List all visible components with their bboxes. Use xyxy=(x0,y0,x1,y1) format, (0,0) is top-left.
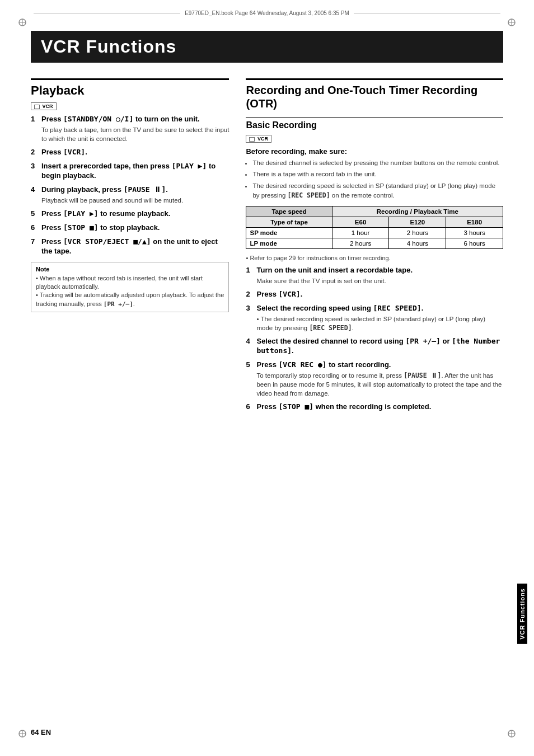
step-desc: To temporarily stop recording or to resu… xyxy=(256,371,503,398)
corner-mark-bl xyxy=(17,728,28,739)
page-number: 64 xyxy=(31,728,39,736)
step-num: 2 xyxy=(31,148,39,157)
right-column: Recording and One-Touch Timer Recording … xyxy=(246,78,503,416)
playback-vcr-icon: VCR xyxy=(31,102,57,110)
step-title: Press [STOP ■] to stop playback. xyxy=(41,223,229,233)
recording-step-1: 1 Turn on the unit and insert a recordab… xyxy=(246,266,503,285)
table-cell-sp-e120: 2 hours xyxy=(389,228,446,238)
refer-note: • Refer to page 29 for instructions on t… xyxy=(246,255,503,261)
table-col-e120: E120 xyxy=(389,217,446,228)
page-number-suffix: EN xyxy=(41,728,51,736)
top-bar-line-right xyxy=(354,13,500,13)
recording-steps: 1 Turn on the unit and insert a recordab… xyxy=(246,266,503,412)
step-title: Select the desired channel to record usi… xyxy=(256,337,503,356)
step-content: Select the recording speed using [REC SP… xyxy=(256,304,503,332)
bullet-item-3: The desired recording speed is selected … xyxy=(252,181,503,201)
step-num: 6 xyxy=(31,223,39,233)
page-footer: 64 EN xyxy=(31,728,51,736)
tape-speed-table: Tape speed Recording / Playback Time Typ… xyxy=(246,206,503,249)
recording-step-6: 6 Press [STOP ■] when the recording is c… xyxy=(246,402,503,412)
recording-step-3: 3 Select the recording speed using [REC … xyxy=(246,304,503,332)
page-title: VCR Functions xyxy=(41,36,493,57)
basic-recording-header: Basic Recording xyxy=(246,117,503,130)
step-title: Press [VCR]. xyxy=(41,148,229,157)
top-bar: E9770ED_EN.book Page 64 Wednesday, Augus… xyxy=(34,10,500,16)
table-cell-lp-label: LP mode xyxy=(246,238,332,249)
step-desc: • The desired recording speed is selecte… xyxy=(256,314,503,332)
table-cell-lp-e180: 6 hours xyxy=(446,238,503,249)
table-row-sp: SP mode 1 hour 2 hours 3 hours xyxy=(246,228,503,238)
corner-mark-tl xyxy=(17,17,28,28)
left-column: Playback VCR 1 Press [STANDBY/ON ○/I] to… xyxy=(31,78,229,416)
basic-recording-title: Basic Recording xyxy=(246,120,503,130)
step-content: Press [STOP ■] when the recording is com… xyxy=(256,402,503,412)
step-content: Press [VCR STOP/EJECT ■/▲] on the unit t… xyxy=(41,237,229,256)
recording-step-5: 5 Press [VCR REC ●] to start recording. … xyxy=(246,360,503,398)
step-content: During playback, press [PAUSE ⏸]. Playba… xyxy=(41,185,229,205)
step-content: Press [VCR]. xyxy=(256,290,503,299)
step-desc: Playback will be paused and sound will b… xyxy=(41,196,229,205)
step-title: Press [STOP ■] when the recording is com… xyxy=(256,402,503,412)
step-content: Press [STANDBY/ON ○/I] to turn on the un… xyxy=(41,115,229,143)
playback-step-2: 2 Press [VCR]. xyxy=(31,148,229,157)
step-desc: To play back a tape, turn on the TV and … xyxy=(41,125,229,143)
playback-note-box: Note • When a tape without record tab is… xyxy=(31,262,229,313)
step-num: 1 xyxy=(31,115,39,143)
step-content: Press [VCR]. xyxy=(41,148,229,157)
basic-recording-section: Basic Recording VCR Before recording, ma… xyxy=(246,117,503,412)
corner-mark-br xyxy=(506,728,517,739)
step-num: 4 xyxy=(31,185,39,205)
corner-mark-tr xyxy=(506,17,517,28)
playback-step-4: 4 During playback, press [PAUSE ⏸]. Play… xyxy=(31,185,229,205)
note-label: Note xyxy=(36,266,224,273)
step-title: Press [VCR STOP/EJECT ■/▲] on the unit t… xyxy=(41,237,229,256)
playback-step-5: 5 Press [PLAY ▶] to resume playback. xyxy=(31,209,229,219)
note-text-2: • Tracking will be automatically adjuste… xyxy=(36,291,224,308)
step-title: Insert a prerecorded tape, then press [P… xyxy=(41,162,229,181)
table-cell-lp-e60: 2 hours xyxy=(332,238,389,249)
step-num: 6 xyxy=(246,402,254,412)
step-num: 2 xyxy=(246,290,254,299)
table-col-e60: E60 xyxy=(332,217,389,228)
table-cell-sp-e180: 3 hours xyxy=(446,228,503,238)
note-text-1: • When a tape without record tab is inse… xyxy=(36,274,224,292)
table-cell-sp-label: SP mode xyxy=(246,228,332,238)
before-recording-bullets: The desired channel is selected by press… xyxy=(252,158,503,200)
basic-recording-vcr-icon: VCR xyxy=(246,135,271,143)
table-cell-lp-e120: 4 hours xyxy=(389,238,446,249)
top-bar-line-left xyxy=(34,13,180,13)
table-col-type: Type of tape xyxy=(246,217,332,228)
table-row-lp: LP mode 2 hours 4 hours 6 hours xyxy=(246,238,503,249)
table-cell-sp-e60: 1 hour xyxy=(332,228,389,238)
step-title: During playback, press [PAUSE ⏸]. xyxy=(41,185,229,195)
sidebar-label: VCR Functions xyxy=(517,584,527,644)
recording-title: Recording and One-Touch Timer Recording … xyxy=(246,83,503,110)
recording-step-4: 4 Select the desired channel to record u… xyxy=(246,337,503,356)
bullet-item-2: There is a tape with a record tab in the… xyxy=(252,170,503,179)
step-title: Press [VCR REC ●] to start recording. xyxy=(256,360,503,370)
step-content: Press [PLAY ▶] to resume playback. xyxy=(41,209,229,219)
step-title: Press [VCR]. xyxy=(256,290,503,299)
playback-steps: 1 Press [STANDBY/ON ○/I] to turn on the … xyxy=(31,115,229,256)
step-desc: Make sure that the TV input is set on th… xyxy=(256,276,503,285)
title-banner: VCR Functions xyxy=(31,31,503,63)
step-title: Select the recording speed using [REC SP… xyxy=(256,304,503,313)
playback-step-7: 7 Press [VCR STOP/EJECT ■/▲] on the unit… xyxy=(31,237,229,256)
top-bar-text: E9770ED_EN.book Page 64 Wednesday, Augus… xyxy=(180,10,354,16)
bullet-item-1: The desired channel is selected by press… xyxy=(252,158,503,168)
step-title: Press [PLAY ▶] to resume playback. xyxy=(41,209,229,219)
step-content: Press [VCR REC ●] to start recording. To… xyxy=(256,360,503,398)
step-content: Turn on the unit and insert a recordable… xyxy=(256,266,503,285)
step-num: 3 xyxy=(31,162,39,181)
step-num: 3 xyxy=(246,304,254,332)
step-title: Press [STANDBY/ON ○/I] to turn on the un… xyxy=(41,115,229,124)
content-area: Playback VCR 1 Press [STANDBY/ON ○/I] to… xyxy=(31,67,503,725)
table-header-recording-time: Recording / Playback Time xyxy=(332,206,503,217)
table-col-e180: E180 xyxy=(446,217,503,228)
step-num: 5 xyxy=(246,360,254,398)
playback-step-6: 6 Press [STOP ■] to stop playback. xyxy=(31,223,229,233)
step-content: Insert a prerecorded tape, then press [P… xyxy=(41,162,229,181)
recording-section-header: Recording and One-Touch Timer Recording … xyxy=(246,78,503,110)
step-num: 7 xyxy=(31,237,39,256)
recording-step-2: 2 Press [VCR]. xyxy=(246,290,503,299)
